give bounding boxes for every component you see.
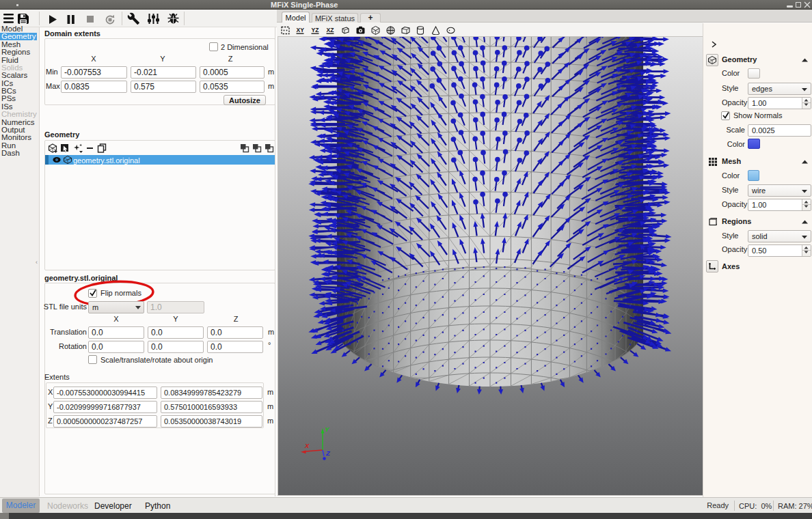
svg-text:YZ: YZ — [312, 27, 319, 33]
svg-text:XY: XY — [297, 27, 305, 33]
svg-text:Z: Z — [325, 449, 331, 457]
svg-text:X: X — [304, 442, 310, 449]
svg-text:XZ: XZ — [327, 27, 334, 33]
